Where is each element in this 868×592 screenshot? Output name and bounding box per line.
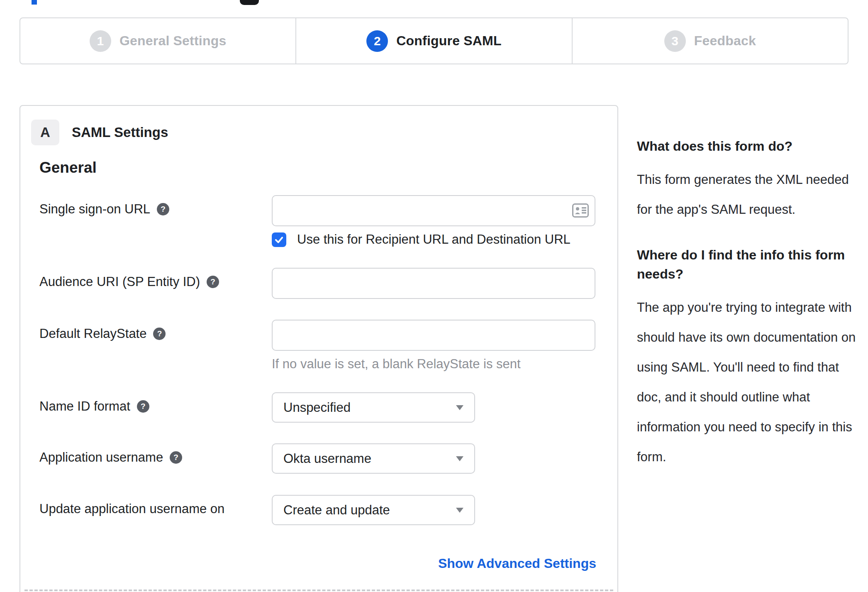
audience-uri-input[interactable] [272, 268, 595, 299]
application-username-help-icon[interactable]: ? [170, 451, 182, 464]
audience-uri-label: Audience URI (SP Entity ID) [39, 274, 200, 289]
step-general-settings[interactable]: 1 General Settings [20, 18, 295, 64]
sso-url-label: Single sign-on URL [39, 202, 150, 217]
saml-settings-card: A SAML Settings General Single sign-on U… [20, 105, 618, 592]
chevron-down-icon [456, 405, 463, 410]
step-1-label: General Settings [119, 33, 227, 49]
relay-state-help-icon[interactable]: ? [153, 328, 166, 340]
update-username-label: Update application username on [39, 501, 224, 516]
sidebar-q1-body: This form generates the XML needed for t… [637, 165, 857, 225]
step-3-indicator: 3 [664, 30, 686, 52]
contact-card-icon [572, 203, 589, 218]
relay-state-row: Default RelayState ? If no value is set,… [39, 320, 609, 372]
page: 1 General Settings 2 Configure SAML 3 Fe… [0, 0, 868, 592]
relay-state-label: Default RelayState [39, 326, 146, 341]
name-id-format-label: Name ID format [39, 399, 130, 414]
cropped-header-icon [240, 0, 259, 5]
chevron-down-icon [456, 508, 463, 513]
sidebar-q2-body: The app you're trying to integrate with … [637, 293, 857, 472]
step-feedback[interactable]: 3 Feedback [572, 18, 848, 64]
sidebar-q2-heading: Where do I find the info this form needs… [637, 245, 857, 284]
general-section-heading: General [39, 159, 97, 176]
sso-url-help-icon[interactable]: ? [157, 203, 169, 215]
wizard-stepper: 1 General Settings 2 Configure SAML 3 Fe… [20, 17, 848, 64]
step-1-indicator: 1 [90, 30, 111, 52]
update-username-value: Create and update [283, 503, 390, 518]
audience-uri-help-icon[interactable]: ? [207, 276, 219, 288]
step-2-indicator: 2 [366, 30, 388, 52]
name-id-format-select[interactable]: Unspecified [272, 392, 475, 423]
name-id-format-value: Unspecified [283, 400, 351, 415]
section-a-badge: A [31, 120, 59, 145]
recipient-url-checkbox-label: Use this for Recipient URL and Destinati… [297, 232, 571, 247]
application-username-value: Okta username [283, 451, 371, 466]
name-id-format-row: Name ID format ? Unspecified [39, 392, 609, 423]
sidebar-q1-heading: What does this form do? [637, 137, 857, 156]
sso-url-input[interactable] [272, 195, 595, 226]
name-id-format-help-icon[interactable]: ? [137, 400, 149, 413]
advanced-settings-divider [24, 590, 613, 591]
recipient-url-checkbox[interactable] [272, 232, 286, 247]
checkmark-icon [274, 235, 284, 245]
application-username-row: Application username ? Okta username [39, 443, 609, 474]
step-configure-saml[interactable]: 2 Configure SAML [295, 18, 571, 64]
relay-state-input[interactable] [272, 320, 595, 351]
sso-url-row: Single sign-on URL ? [39, 195, 609, 247]
help-sidebar: What does this form do? This form genera… [637, 105, 857, 472]
audience-uri-row: Audience URI (SP Entity ID) ? [39, 268, 609, 299]
step-2-label: Configure SAML [396, 33, 501, 49]
show-advanced-settings-link[interactable]: Show Advanced Settings [438, 556, 596, 571]
cropped-header-accent [32, 0, 37, 5]
step-3-label: Feedback [694, 33, 756, 49]
card-header: A SAML Settings [31, 120, 168, 145]
chevron-down-icon [456, 456, 463, 461]
card-title: SAML Settings [72, 125, 168, 140]
application-username-label: Application username [39, 450, 163, 465]
update-username-row: Update application username on Create an… [39, 495, 609, 525]
application-username-select[interactable]: Okta username [272, 443, 475, 474]
relay-state-hint: If no value is set, a blank RelayState i… [272, 357, 609, 372]
update-username-select[interactable]: Create and update [272, 495, 475, 525]
